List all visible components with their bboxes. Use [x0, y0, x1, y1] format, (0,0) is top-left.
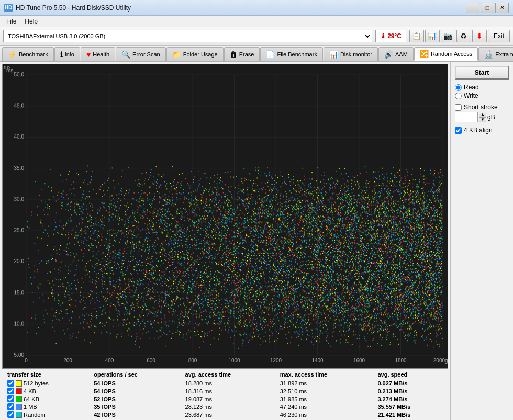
tab-error-scan[interactable]: 🔍Error Scan [116, 47, 166, 61]
short-stroke-up[interactable]: ▲ [479, 112, 486, 117]
legend-cell: 512 bytes [4, 379, 91, 388]
minimize-button[interactable]: − [466, 3, 479, 13]
start-button[interactable]: Start [455, 66, 509, 80]
tab-disk-monitor[interactable]: 📊Disk monitor [324, 47, 378, 61]
row-checkbox-1[interactable] [7, 388, 14, 394]
ops-cell-4: 42 IOPS [91, 411, 182, 418]
color-swatch-1 [16, 388, 22, 394]
avg-speed-cell-3: 35.557 MB/s [374, 403, 446, 411]
write-radio-label[interactable]: Write [455, 92, 509, 99]
file-menu[interactable]: File [2, 17, 20, 26]
tab-info[interactable]: ℹInfo [54, 47, 80, 61]
menu-bar: File Help [0, 16, 513, 27]
transfer-label-1: 4 KB [24, 388, 36, 394]
help-menu[interactable]: Help [20, 17, 42, 26]
row-checkbox-3[interactable] [7, 403, 14, 410]
right-panel: Start Read Write Short stroke 40 ▲ ▼ [450, 62, 513, 420]
toolbar-btn-2[interactable]: 📊 [425, 30, 440, 42]
temperature-value: 29°C [387, 32, 402, 40]
table-row: 1 MB 35 IOPS 28.123 ms 47.240 ms 35.557 … [4, 403, 446, 411]
transfer-label-2: 64 KB [24, 396, 39, 402]
y-axis-label: ms [4, 64, 10, 70]
short-stroke-section: Short stroke 40 ▲ ▼ gB [455, 104, 509, 122]
avg-speed-cell-4: 21.421 MB/s [374, 411, 446, 418]
legend-cell: 64 KB [4, 395, 91, 403]
tab-extra-tests[interactable]: 🔬Extra tests [478, 47, 513, 61]
device-selector[interactable]: TOSHIBAExternal USB 3.0 (2000 GB) [3, 30, 372, 42]
close-button[interactable]: ✕ [495, 3, 509, 13]
max-access-cell-2: 31.985 ms [277, 395, 375, 403]
gb-unit: gB [487, 113, 495, 121]
legend-cell: 1 MB [4, 403, 91, 411]
col-avg-access: avg. access time [182, 370, 277, 379]
chart-container: ms transfer size operations / sec avg. a… [0, 62, 450, 420]
stats-table: transfer size operations / sec avg. acce… [2, 369, 448, 419]
read-radio[interactable] [455, 84, 462, 91]
row-checkbox-0[interactable] [7, 380, 14, 387]
tab-folder-usage[interactable]: 📁Folder Usage [166, 47, 224, 61]
color-swatch-0 [16, 380, 22, 387]
read-radio-label[interactable]: Read [455, 84, 509, 91]
avg-access-cell-2: 19.087 ms [182, 395, 277, 403]
short-stroke-spinners: ▲ ▼ [479, 112, 486, 122]
tab-erase[interactable]: 🗑Erase [224, 47, 260, 61]
tab-random-access[interactable]: 🔀Random Access [414, 47, 478, 61]
window-title: HD Tune Pro 5.50 - Hard Disk/SSD Utility [16, 4, 466, 12]
tab-file-benchmark[interactable]: 📄File Benchmark [260, 47, 322, 61]
short-stroke-row: 40 ▲ ▼ gB [455, 112, 509, 122]
toolbar-btn-4[interactable]: ♻ [456, 30, 471, 42]
table-row: 64 KB 52 IOPS 19.087 ms 31.985 ms 3.274 … [4, 395, 446, 403]
transfer-label-4: Random [24, 412, 46, 418]
toolbar-btn-1[interactable]: 📋 [409, 30, 424, 42]
read-write-group: Read Write [455, 84, 509, 99]
tab-aam[interactable]: 🔊AAM [378, 47, 414, 61]
max-access-cell-1: 32.510 ms [277, 387, 375, 395]
main-content: ms transfer size operations / sec avg. a… [0, 62, 513, 420]
kb-align-checkbox-label[interactable]: 4 KB align [455, 127, 509, 134]
row-checkbox-2[interactable] [7, 395, 14, 402]
transfer-label-3: 1 MB [24, 404, 37, 410]
window-controls: − □ ✕ [466, 3, 509, 13]
exit-button[interactable]: Exit [488, 30, 510, 42]
kb-align-checkbox[interactable] [455, 127, 462, 134]
maximize-button[interactable]: □ [481, 3, 494, 13]
row-checkbox-4[interactable] [7, 411, 14, 418]
col-transfer-size: transfer size [4, 370, 91, 379]
legend-cell: Random [4, 411, 91, 418]
avg-speed-cell-0: 0.027 MB/s [374, 379, 446, 388]
toolbar: TOSHIBAExternal USB 3.0 (2000 GB) 🌡 29°C… [0, 27, 513, 46]
tab-health[interactable]: ♥Health [81, 47, 115, 61]
max-access-cell-0: 31.892 ms [277, 379, 375, 388]
color-swatch-4 [16, 412, 22, 418]
short-stroke-down[interactable]: ▼ [479, 117, 486, 122]
table-row: 4 KB 54 IOPS 18.316 ms 32.510 ms 0.213 M… [4, 387, 446, 395]
avg-speed-cell-1: 0.213 MB/s [374, 387, 446, 395]
tab-benchmark[interactable]: ⚡Benchmark [2, 47, 54, 61]
avg-access-cell-1: 18.316 ms [182, 387, 277, 395]
short-stroke-checkbox-label[interactable]: Short stroke [455, 104, 509, 111]
tab-bar: ⚡Benchmark ℹInfo ♥Health 🔍Error Scan 📁Fo… [0, 46, 513, 62]
legend-cell: 4 KB [4, 387, 91, 395]
table-row: Random 42 IOPS 23.687 ms 46.230 ms 21.42… [4, 411, 446, 418]
col-max-access: max. access time [277, 370, 375, 379]
toolbar-btn-3[interactable]: 📷 [441, 30, 455, 42]
write-radio[interactable] [455, 93, 462, 99]
title-bar: HD HD Tune Pro 5.50 - Hard Disk/SSD Util… [0, 0, 513, 16]
results-table: transfer size operations / sec avg. acce… [4, 370, 446, 418]
avg-access-cell-3: 28.123 ms [182, 403, 277, 411]
avg-access-cell-0: 18.280 ms [182, 379, 277, 388]
toolbar-btn-5[interactable]: ⬇ [472, 30, 487, 42]
short-stroke-value[interactable]: 40 [455, 112, 478, 122]
ops-cell-3: 35 IOPS [91, 403, 182, 411]
max-access-cell-4: 46.230 ms [277, 411, 375, 418]
color-swatch-3 [16, 404, 22, 410]
max-access-cell-3: 47.240 ms [277, 403, 375, 411]
avg-speed-cell-2: 3.274 MB/s [374, 395, 446, 403]
ops-cell-2: 52 IOPS [91, 395, 182, 403]
col-avg-speed: avg. speed [374, 370, 446, 379]
table-row: 512 bytes 54 IOPS 18.280 ms 31.892 ms 0.… [4, 379, 446, 388]
app-icon: HD [4, 4, 13, 12]
chart-area: ms [2, 64, 448, 369]
short-stroke-checkbox[interactable] [455, 104, 462, 111]
temperature-display: 🌡 29°C [375, 30, 406, 42]
